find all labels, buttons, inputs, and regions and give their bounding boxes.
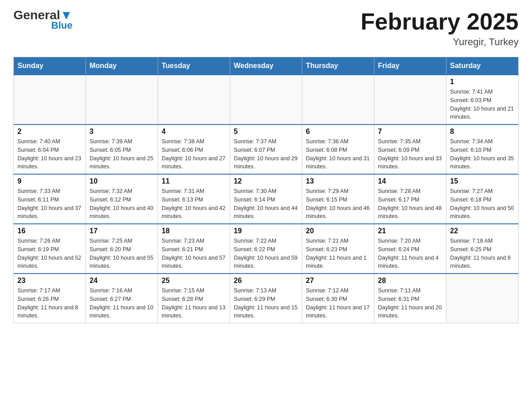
- calendar-day-cell: 9Sunrise: 7:33 AMSunset: 6:11 PMDaylight…: [14, 174, 86, 224]
- day-number: 8: [450, 128, 515, 136]
- calendar-day-cell: 4Sunrise: 7:38 AMSunset: 6:06 PMDaylight…: [158, 124, 230, 174]
- logo-blue-text: Blue: [51, 20, 73, 31]
- day-info: Sunrise: 7:11 AMSunset: 6:31 PMDaylight:…: [378, 287, 442, 320]
- day-number: 5: [234, 128, 298, 136]
- day-number: 14: [378, 177, 442, 185]
- day-info: Sunrise: 7:21 AMSunset: 6:23 PMDaylight:…: [306, 237, 370, 270]
- logo: General▼ Blue: [13, 9, 73, 31]
- day-number: 9: [17, 177, 82, 185]
- col-saturday: Saturday: [446, 57, 519, 75]
- calendar-day-cell: 7Sunrise: 7:35 AMSunset: 6:09 PMDaylight…: [374, 124, 446, 174]
- title-block: February 2025 Yuregir, Turkey: [360, 9, 519, 48]
- calendar-week-row: 2Sunrise: 7:40 AMSunset: 6:04 PMDaylight…: [14, 124, 519, 174]
- calendar-day-cell: [302, 75, 374, 124]
- day-info: Sunrise: 7:41 AMSunset: 6:03 PMDaylight:…: [450, 88, 515, 121]
- day-number: 17: [90, 227, 154, 235]
- day-number: 24: [90, 277, 154, 285]
- calendar-day-cell: 1Sunrise: 7:41 AMSunset: 6:03 PMDaylight…: [446, 75, 519, 124]
- day-info: Sunrise: 7:22 AMSunset: 6:22 PMDaylight:…: [234, 237, 298, 270]
- calendar-day-cell: 23Sunrise: 7:17 AMSunset: 6:26 PMDayligh…: [14, 274, 86, 323]
- calendar-week-row: 16Sunrise: 7:26 AMSunset: 6:19 PMDayligh…: [14, 224, 519, 274]
- day-number: 26: [234, 277, 298, 285]
- col-thursday: Thursday: [302, 57, 374, 75]
- calendar-day-cell: 16Sunrise: 7:26 AMSunset: 6:19 PMDayligh…: [14, 224, 86, 274]
- day-info: Sunrise: 7:37 AMSunset: 6:07 PMDaylight:…: [234, 137, 298, 171]
- calendar-table: Sunday Monday Tuesday Wednesday Thursday…: [13, 57, 519, 323]
- day-number: 16: [17, 227, 82, 235]
- calendar-day-cell: 13Sunrise: 7:29 AMSunset: 6:15 PMDayligh…: [302, 174, 374, 224]
- col-friday: Friday: [374, 57, 446, 75]
- day-number: 22: [450, 227, 515, 235]
- day-info: Sunrise: 7:35 AMSunset: 6:09 PMDaylight:…: [378, 137, 442, 171]
- day-info: Sunrise: 7:40 AMSunset: 6:04 PMDaylight:…: [17, 137, 82, 171]
- calendar-day-cell: 19Sunrise: 7:22 AMSunset: 6:22 PMDayligh…: [230, 224, 302, 274]
- day-info: Sunrise: 7:17 AMSunset: 6:26 PMDaylight:…: [17, 287, 82, 320]
- month-title: February 2025: [360, 9, 519, 34]
- calendar-day-cell: 10Sunrise: 7:32 AMSunset: 6:12 PMDayligh…: [86, 174, 158, 224]
- day-number: 13: [306, 177, 370, 185]
- calendar-day-cell: 24Sunrise: 7:16 AMSunset: 6:27 PMDayligh…: [86, 274, 158, 323]
- calendar-day-cell: 27Sunrise: 7:12 AMSunset: 6:30 PMDayligh…: [302, 274, 374, 323]
- calendar-day-cell: 28Sunrise: 7:11 AMSunset: 6:31 PMDayligh…: [374, 274, 446, 323]
- day-number: 27: [306, 277, 370, 285]
- day-info: Sunrise: 7:20 AMSunset: 6:24 PMDaylight:…: [378, 237, 442, 270]
- day-info: Sunrise: 7:15 AMSunset: 6:28 PMDaylight:…: [162, 287, 226, 320]
- day-number: 18: [162, 227, 226, 235]
- calendar-day-cell: 11Sunrise: 7:31 AMSunset: 6:13 PMDayligh…: [158, 174, 230, 224]
- calendar-day-cell: [230, 75, 302, 124]
- calendar-day-cell: 5Sunrise: 7:37 AMSunset: 6:07 PMDaylight…: [230, 124, 302, 174]
- day-number: 11: [162, 177, 226, 185]
- calendar-day-cell: 17Sunrise: 7:25 AMSunset: 6:20 PMDayligh…: [86, 224, 158, 274]
- calendar-day-cell: 26Sunrise: 7:13 AMSunset: 6:29 PMDayligh…: [230, 274, 302, 323]
- day-info: Sunrise: 7:25 AMSunset: 6:20 PMDaylight:…: [90, 237, 154, 270]
- calendar-day-cell: 22Sunrise: 7:18 AMSunset: 6:25 PMDayligh…: [446, 224, 519, 274]
- calendar-day-cell: [86, 75, 158, 124]
- day-number: 6: [306, 128, 370, 136]
- day-info: Sunrise: 7:32 AMSunset: 6:12 PMDaylight:…: [90, 187, 154, 221]
- calendar-day-cell: 8Sunrise: 7:34 AMSunset: 6:10 PMDaylight…: [446, 124, 519, 174]
- day-info: Sunrise: 7:13 AMSunset: 6:29 PMDaylight:…: [234, 287, 298, 320]
- calendar-week-row: 9Sunrise: 7:33 AMSunset: 6:11 PMDaylight…: [14, 174, 519, 224]
- day-info: Sunrise: 7:39 AMSunset: 6:05 PMDaylight:…: [90, 137, 154, 171]
- day-number: 23: [17, 277, 82, 285]
- day-number: 3: [90, 128, 154, 136]
- location: Yuregir, Turkey: [360, 36, 519, 48]
- calendar-day-cell: 20Sunrise: 7:21 AMSunset: 6:23 PMDayligh…: [302, 224, 374, 274]
- calendar-week-row: 1Sunrise: 7:41 AMSunset: 6:03 PMDaylight…: [14, 75, 519, 124]
- day-info: Sunrise: 7:18 AMSunset: 6:25 PMDaylight:…: [450, 237, 515, 270]
- calendar-day-cell: 15Sunrise: 7:27 AMSunset: 6:18 PMDayligh…: [446, 174, 519, 224]
- day-info: Sunrise: 7:26 AMSunset: 6:19 PMDaylight:…: [17, 237, 82, 270]
- calendar-day-cell: 25Sunrise: 7:15 AMSunset: 6:28 PMDayligh…: [158, 274, 230, 323]
- calendar-header-row: Sunday Monday Tuesday Wednesday Thursday…: [14, 57, 519, 75]
- day-number: 1: [450, 78, 515, 86]
- calendar-day-cell: 21Sunrise: 7:20 AMSunset: 6:24 PMDayligh…: [374, 224, 446, 274]
- day-info: Sunrise: 7:16 AMSunset: 6:27 PMDaylight:…: [90, 287, 154, 320]
- col-wednesday: Wednesday: [230, 57, 302, 75]
- calendar-day-cell: 3Sunrise: 7:39 AMSunset: 6:05 PMDaylight…: [86, 124, 158, 174]
- day-number: 19: [234, 227, 298, 235]
- calendar-week-row: 23Sunrise: 7:17 AMSunset: 6:26 PMDayligh…: [14, 274, 519, 323]
- day-info: Sunrise: 7:38 AMSunset: 6:06 PMDaylight:…: [162, 137, 226, 171]
- day-info: Sunrise: 7:12 AMSunset: 6:30 PMDaylight:…: [306, 287, 370, 320]
- day-info: Sunrise: 7:29 AMSunset: 6:15 PMDaylight:…: [306, 187, 370, 221]
- day-number: 21: [378, 227, 442, 235]
- day-number: 4: [162, 128, 226, 136]
- calendar-day-cell: [158, 75, 230, 124]
- day-number: 7: [378, 128, 442, 136]
- day-info: Sunrise: 7:30 AMSunset: 6:14 PMDaylight:…: [234, 187, 298, 221]
- calendar-day-cell: 14Sunrise: 7:28 AMSunset: 6:17 PMDayligh…: [374, 174, 446, 224]
- day-info: Sunrise: 7:34 AMSunset: 6:10 PMDaylight:…: [450, 137, 515, 171]
- day-number: 10: [90, 177, 154, 185]
- day-info: Sunrise: 7:33 AMSunset: 6:11 PMDaylight:…: [17, 187, 82, 221]
- col-sunday: Sunday: [14, 57, 86, 75]
- calendar-day-cell: 6Sunrise: 7:36 AMSunset: 6:08 PMDaylight…: [302, 124, 374, 174]
- day-info: Sunrise: 7:31 AMSunset: 6:13 PMDaylight:…: [162, 187, 226, 221]
- calendar-day-cell: [14, 75, 86, 124]
- day-number: 20: [306, 227, 370, 235]
- calendar-day-cell: 12Sunrise: 7:30 AMSunset: 6:14 PMDayligh…: [230, 174, 302, 224]
- day-info: Sunrise: 7:28 AMSunset: 6:17 PMDaylight:…: [378, 187, 442, 221]
- day-number: 2: [17, 128, 82, 136]
- day-number: 12: [234, 177, 298, 185]
- day-info: Sunrise: 7:23 AMSunset: 6:21 PMDaylight:…: [162, 237, 226, 270]
- page-header: General▼ Blue February 2025 Yuregir, Tur…: [13, 9, 519, 48]
